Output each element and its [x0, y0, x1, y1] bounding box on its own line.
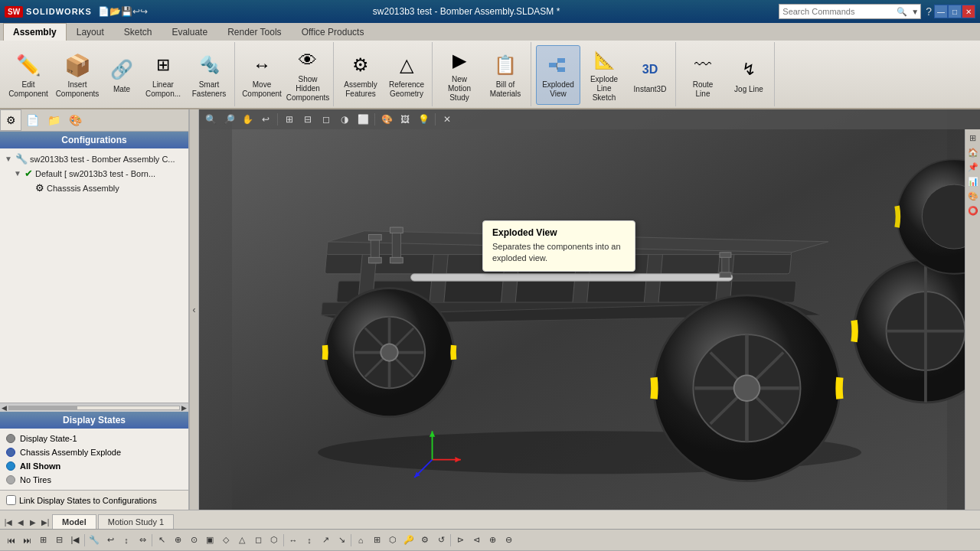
scrollbar-h[interactable]: ◀ ▶ [0, 403, 188, 412]
3d-viewport-canvas[interactable] [199, 109, 980, 510]
rp-btn-2[interactable]: 🏠 [966, 145, 980, 159]
assembly-features-btn[interactable]: ⚙ AssemblyFeatures [338, 45, 383, 105]
bt-btn-7[interactable]: ↩ [103, 533, 118, 548]
vp-close[interactable]: ✕ [439, 112, 456, 127]
panel-tab-files[interactable]: 📁 [43, 109, 64, 131]
vp-section[interactable]: ⊟ [299, 112, 316, 127]
rp-btn-5[interactable]: 🎨 [966, 189, 980, 203]
bt-btn-15[interactable]: ◻ [250, 533, 266, 548]
open-btn[interactable]: 📂 [109, 6, 121, 17]
link-states-checkbox[interactable] [6, 495, 16, 505]
rp-btn-6[interactable]: ⭕ [966, 204, 980, 217]
search-input[interactable] [779, 7, 894, 16]
jog-line-btn[interactable]: ↯ Jog Line [727, 45, 771, 105]
bt-btn-13[interactable]: ◇ [218, 533, 234, 548]
linear-component-btn[interactable]: ⊞ LinearCompon... [141, 45, 185, 105]
vp-pan[interactable]: ✋ [239, 112, 256, 127]
new-btn[interactable]: 📄 [98, 6, 109, 17]
scrollbar-thumb[interactable] [9, 406, 77, 409]
smart-fasteners-btn[interactable]: 🔩 SmartFasteners [187, 45, 231, 105]
tab-evaluate[interactable]: Evaluate [162, 23, 217, 41]
insert-components-btn[interactable]: 📦 InsertComponents [52, 45, 103, 105]
bt-btn-19[interactable]: ↗ [318, 533, 333, 548]
tree-expander-default[interactable]: ▼ [14, 169, 24, 178]
tab-motion-study[interactable]: Motion Study 1 [98, 514, 174, 529]
bt-btn-29[interactable]: ⊕ [485, 533, 500, 548]
bt-btn-10[interactable]: ⊕ [170, 533, 185, 548]
bt-btn-1[interactable]: ⏮ [3, 533, 18, 548]
vp-grid[interactable]: ⊞ [281, 112, 298, 127]
panel-collapse-arrow[interactable]: ‹ [190, 109, 199, 510]
edit-component-btn[interactable]: ✏️ EditComponent [6, 45, 51, 105]
bt-btn-5[interactable]: |◀ [67, 533, 83, 548]
exploded-view-btn[interactable]: ExplodedView [536, 45, 580, 105]
close-btn[interactable]: ✕ [962, 5, 975, 18]
tab-sketch[interactable]: Sketch [114, 23, 162, 41]
bt-btn-22[interactable]: ⊞ [369, 533, 384, 548]
vp-appearance[interactable]: 🎨 [378, 112, 395, 127]
tab-office-products[interactable]: Office Products [292, 23, 374, 41]
redo-btn[interactable]: ↪ [140, 6, 148, 17]
help-btn[interactable]: ? [926, 5, 932, 18]
tab-layout[interactable]: Layout [67, 23, 114, 41]
vp-render-1[interactable]: ◑ [336, 112, 353, 127]
bt-select[interactable]: ↖ [154, 533, 169, 548]
bt-btn-25[interactable]: ⚙ [417, 533, 433, 548]
save-btn[interactable]: 💾 [121, 6, 132, 17]
bt-btn-28[interactable]: ⊲ [469, 533, 484, 548]
bill-of-materials-btn[interactable]: 📋 Bill ofMaterials [483, 45, 528, 105]
rp-btn-1[interactable]: ⊞ [966, 131, 980, 145]
panel-tab-display[interactable]: 🎨 [64, 109, 86, 131]
vp-scene[interactable]: 🖼 [397, 112, 413, 127]
bt-btn-18[interactable]: ↕ [302, 533, 317, 548]
mate-btn[interactable]: 🔗 Mate [104, 45, 139, 105]
bt-btn-11[interactable]: ⊙ [186, 533, 201, 548]
bt-btn-20[interactable]: ↘ [334, 533, 349, 548]
bt-btn-24[interactable]: 🔑 [401, 533, 416, 548]
undo-btn[interactable]: ↩ [132, 6, 140, 17]
bt-btn-21[interactable]: ⌂ [353, 533, 368, 548]
reference-geometry-btn[interactable]: △ ReferenceGeometry [384, 45, 429, 105]
minimize-btn[interactable]: — [934, 5, 948, 18]
bt-btn-3[interactable]: ⊞ [35, 533, 51, 548]
vp-zoom-in[interactable]: 🔎 [220, 112, 237, 127]
vp-view[interactable]: ◻ [318, 112, 335, 127]
bt-btn-26[interactable]: ↺ [433, 533, 449, 548]
show-hidden-btn[interactable]: 👁 ShowHiddenComponents [286, 45, 330, 105]
search-icon[interactable]: 🔍 [894, 7, 910, 17]
tab-render-tools[interactable]: Render Tools [217, 23, 292, 41]
bt-btn-2[interactable]: ⏭ [19, 533, 34, 548]
route-line-btn[interactable]: 〰 RouteLine [681, 45, 725, 105]
tab-nav-right-2[interactable]: ▶| [40, 515, 51, 529]
rp-btn-4[interactable]: 📊 [966, 174, 980, 188]
move-component-btn[interactable]: ↔ MoveComponent [240, 45, 284, 105]
rp-btn-3[interactable]: 📌 [966, 160, 980, 174]
instant3d-btn[interactable]: 3D Instant3D [628, 45, 672, 105]
maximize-btn[interactable]: □ [948, 5, 962, 18]
tab-nav-left-2[interactable]: ◀ [15, 515, 26, 529]
scroll-right[interactable]: ▶ [181, 404, 187, 412]
tree-item-chassis[interactable]: ⚙ Chasssis Assembly [3, 181, 185, 195]
viewport[interactable]: 🔍 🔎 ✋ ↩ ⊞ ⊟ ◻ ◑ ⬜ 🎨 🖼 💡 ✕ [199, 109, 980, 510]
new-motion-study-btn[interactable]: ▶ New MotionStudy [437, 45, 482, 105]
ds-item-2[interactable]: Chassis Assembly Explode [6, 445, 182, 459]
vp-zoom-to-fit[interactable]: 🔍 [202, 112, 219, 127]
vp-lights[interactable]: 💡 [415, 112, 432, 127]
scroll-left[interactable]: ◀ [2, 404, 7, 412]
vp-rotate[interactable]: ↩ [257, 112, 274, 127]
tab-nav-left-1[interactable]: |◀ [3, 515, 14, 529]
bt-btn-30[interactable]: ⊖ [501, 533, 516, 548]
bt-btn-23[interactable]: ⬡ [385, 533, 400, 548]
bt-btn-14[interactable]: △ [234, 533, 250, 548]
tree-item-root[interactable]: ▼ 🔧 sw2013b3 test - Bomber Assembly C... [3, 152, 185, 166]
bt-btn-12[interactable]: ▣ [202, 533, 217, 548]
ds-item-3[interactable]: All Shown [6, 459, 182, 473]
bt-btn-4[interactable]: ⊟ [51, 533, 67, 548]
tree-item-default[interactable]: ▼ ✔ Default [ sw2013b3 test - Born... [3, 166, 185, 181]
explode-line-sketch-btn[interactable]: 📐 ExplodeLineSketch [582, 45, 626, 105]
bt-btn-17[interactable]: ↔ [286, 533, 301, 548]
tree-expander-root[interactable]: ▼ [5, 155, 15, 163]
scrollbar-track[interactable] [8, 406, 180, 410]
tab-assembly[interactable]: Assembly [3, 23, 67, 41]
bt-btn-8[interactable]: ↕ [119, 533, 134, 548]
